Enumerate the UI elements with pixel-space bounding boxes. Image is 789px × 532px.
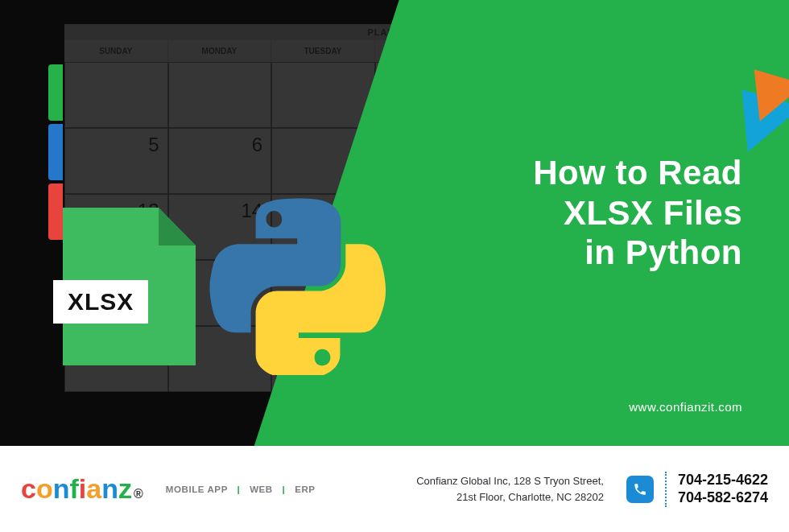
python-logo-icon: [209, 198, 386, 375]
calendar-cell: [168, 62, 272, 128]
phone-1: 704-215-4622: [678, 472, 768, 489]
title-line-2: XLSX Files: [533, 193, 742, 233]
address-line-1: Confianz Global Inc, 128 S Tryon Street,: [416, 473, 604, 489]
footer-bar: confianz® MOBILE APP | WEB | ERP Confian…: [0, 446, 789, 532]
title-line-3: in Python: [533, 233, 742, 273]
file-fold: [159, 208, 196, 245]
phone-2: 704-582-6274: [678, 489, 768, 507]
phone-icon: [626, 476, 654, 503]
hero-banner: PLANNER & CALENDAR SUNDAYMONDAYTUESDAYWE…: [0, 0, 789, 446]
sep-icon: |: [283, 485, 286, 494]
xlsx-file-icon: XLSX: [63, 208, 196, 365]
dotted-divider: [665, 472, 667, 507]
calendar-day-label: MONDAY: [168, 40, 272, 62]
address-line-2: 21st Floor, Charlotte, NC 28202: [416, 489, 604, 505]
sep-icon: |: [238, 485, 241, 494]
calendar-day-label: SUNDAY: [64, 40, 168, 62]
calendar-day-label: TUESDAY: [271, 40, 375, 62]
calendar-cell: 5: [64, 128, 168, 194]
phone-numbers: 704-215-4622 704-582-6274: [678, 472, 768, 506]
service-erp: ERP: [295, 485, 315, 494]
address-block: Confianz Global Inc, 128 S Tryon Street,…: [416, 473, 604, 505]
calendar-cell: [271, 62, 375, 128]
brand-logo: confianz®: [21, 473, 143, 505]
calendar-cell: [64, 62, 168, 128]
notebook-tabs: [48, 64, 63, 240]
tab-blue: [48, 124, 63, 180]
phone-block: 704-215-4622 704-582-6274: [626, 472, 768, 507]
tab-green: [48, 64, 63, 121]
services-list: MOBILE APP | WEB | ERP: [166, 485, 316, 494]
hero-title: How to Read XLSX Files in Python: [533, 153, 742, 273]
tab-red: [48, 184, 63, 240]
service-mobile: MOBILE APP: [166, 485, 228, 494]
calendar-cell: 6: [168, 128, 272, 194]
service-web: WEB: [250, 485, 273, 494]
title-line-1: How to Read: [533, 153, 742, 193]
website-url: www.confianzit.com: [629, 400, 742, 414]
file-label: XLSX: [53, 280, 148, 324]
